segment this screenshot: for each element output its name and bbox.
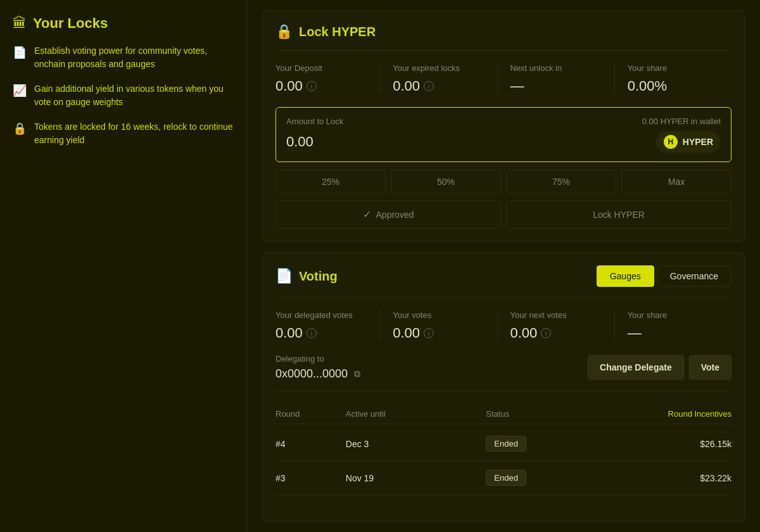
amount-to-lock-label: Amount to Lock — [286, 117, 343, 126]
feature-text-2: Gain additional yield in various tokens … — [34, 82, 234, 109]
row2-active-until: Nov 19 — [346, 473, 486, 483]
deposit-label: Your Deposit — [276, 63, 367, 73]
your-locks-header: 🏛 Your Locks — [13, 15, 234, 32]
expired-label: Your expired locks — [393, 63, 484, 73]
col-header-round: Round — [276, 409, 346, 419]
feature-item-3: 🔒 Tokens are locked for 16 weeks, relock… — [13, 120, 234, 147]
row1-status: Ended — [486, 436, 591, 452]
row1-incentives: $26.15k — [591, 439, 732, 449]
lock-stat-expired: Your expired locks 0.00 i — [393, 63, 497, 94]
row2-incentives: $23.22k — [591, 473, 732, 483]
tab-governance[interactable]: Governance — [657, 265, 732, 287]
approved-button[interactable]: ✓ Approved — [276, 200, 501, 229]
tab-gauges[interactable]: Gauges — [597, 265, 654, 287]
delegate-address: 0x0000...0000 ⧉ — [276, 367, 360, 381]
row1-status-badge: Ended — [486, 436, 526, 452]
voting-stat-votes: Your votes 0.00 i — [393, 310, 497, 341]
voting-section: 📄 Voting Gauges Governance Your delegate… — [262, 252, 745, 522]
feature-icon-1: 📄 — [13, 46, 27, 60]
your-locks-title: Your Locks — [33, 15, 108, 32]
table-header: Round Active until Status Round Incentiv… — [276, 404, 732, 424]
voting-header: 📄 Voting Gauges Governance — [276, 265, 732, 298]
wallet-balance: 0.00 HYPER in wallet — [642, 117, 721, 126]
feature-item-1: 📄 Establish voting power for community v… — [13, 44, 234, 71]
row1-active-until: Dec 3 — [346, 439, 486, 449]
feature-list: 📄 Establish voting power for community v… — [13, 44, 234, 147]
feature-text-1: Establish voting power for community vot… — [34, 44, 234, 71]
feature-icon-2: 📈 — [13, 84, 27, 98]
next-unlock-label: Next unlock in — [510, 63, 602, 73]
next-unlock-value: — — [510, 78, 602, 94]
percent-75-button[interactable]: 75% — [506, 170, 616, 194]
col-header-incentives: Round Incentives — [591, 409, 732, 419]
table-row: #3 Nov 19 Ended $23.22k — [276, 461, 732, 495]
delegated-votes-label: Your delegated votes — [276, 310, 367, 320]
delegate-info: Delegating to 0x0000...0000 ⧉ — [276, 354, 360, 381]
lock-hyper-title: Lock HYPER — [299, 25, 376, 39]
lock-hyper-header: 🔒 Lock HYPER — [276, 23, 732, 51]
row2-status-badge: Ended — [486, 470, 526, 486]
lock-icon: 🔒 — [276, 23, 293, 40]
percent-max-button[interactable]: Max — [621, 170, 732, 194]
lock-share-label: Your share — [628, 63, 719, 73]
feature-item-2: 📈 Gain additional yield in various token… — [13, 82, 234, 109]
lock-stats-row: Your Deposit 0.00 i Your expired locks 0… — [276, 63, 732, 94]
lock-stat-next-unlock: Next unlock in — — [510, 63, 615, 94]
expired-value: 0.00 i — [393, 78, 484, 94]
votes-info-icon[interactable]: i — [424, 328, 434, 338]
next-votes-label: Your next votes — [510, 310, 602, 320]
voting-title-text: Voting — [299, 269, 338, 284]
table-row: #4 Dec 3 Ended $26.15k — [276, 427, 732, 461]
voting-share-value: — — [628, 325, 719, 341]
voting-stat-next-votes: Your next votes 0.00 i — [510, 310, 615, 341]
lock-action-buttons: ✓ Approved Lock HYPER — [276, 200, 732, 229]
delegate-row: Delegating to 0x0000...0000 ⧉ Change Del… — [276, 354, 732, 391]
token-logo: H — [664, 135, 678, 149]
lock-stat-deposit: Your Deposit 0.00 i — [276, 63, 380, 94]
copy-address-icon[interactable]: ⧉ — [354, 369, 360, 379]
voting-stats-row: Your delegated votes 0.00 i Your votes 0… — [276, 310, 732, 341]
check-icon: ✓ — [363, 208, 371, 220]
next-votes-info-icon[interactable]: i — [541, 328, 551, 338]
delegated-votes-value: 0.00 i — [276, 325, 367, 341]
change-delegate-button[interactable]: Change Delegate — [588, 355, 684, 379]
percent-25-button[interactable]: 25% — [276, 170, 386, 194]
amount-label-row: Amount to Lock 0.00 HYPER in wallet — [286, 117, 721, 126]
lock-stat-share: Your share 0.00% — [628, 63, 732, 94]
voting-title: 📄 Voting — [276, 268, 338, 284]
token-name: HYPER — [683, 137, 713, 147]
col-header-status: Status — [486, 409, 591, 419]
left-panel: 🏛 Your Locks 📄 Establish voting power fo… — [0, 0, 247, 532]
voting-icon: 📄 — [276, 268, 293, 284]
next-votes-value: 0.00 i — [510, 325, 602, 341]
token-badge: H HYPER — [656, 131, 721, 153]
expired-info-icon[interactable]: i — [424, 81, 434, 91]
row1-round: #4 — [276, 439, 346, 449]
delegate-actions: Change Delegate Vote — [588, 355, 732, 379]
voting-tabs: Gauges Governance — [597, 265, 732, 287]
right-panel: 🔒 Lock HYPER Your Deposit 0.00 i Your ex… — [247, 0, 760, 532]
your-votes-label: Your votes — [393, 310, 484, 320]
percent-buttons-group: 25% 50% 75% Max — [276, 170, 732, 194]
vote-button[interactable]: Vote — [689, 355, 732, 379]
deposit-info-icon[interactable]: i — [307, 81, 317, 91]
deposit-value: 0.00 i — [276, 78, 367, 94]
voting-share-label: Your share — [628, 310, 719, 320]
feature-text-3: Tokens are locked for 16 weeks, relock t… — [34, 120, 234, 147]
lock-share-value: 0.00% — [628, 78, 719, 94]
col-header-active-until: Active until — [346, 409, 486, 419]
amount-to-lock-box[interactable]: Amount to Lock 0.00 HYPER in wallet 0.00… — [276, 107, 732, 162]
amount-input-row: 0.00 H HYPER — [286, 131, 721, 153]
feature-icon-3: 🔒 — [13, 122, 27, 136]
delegate-label: Delegating to — [276, 354, 360, 364]
voting-stat-delegated: Your delegated votes 0.00 i — [276, 310, 380, 341]
amount-value[interactable]: 0.00 — [286, 134, 314, 150]
locks-icon: 🏛 — [13, 15, 27, 32]
lock-hyper-button[interactable]: Lock HYPER — [506, 200, 732, 229]
your-votes-value: 0.00 i — [393, 325, 484, 341]
voting-stat-share: Your share — — [628, 310, 732, 341]
row2-round: #3 — [276, 473, 346, 483]
row2-status: Ended — [486, 470, 591, 486]
delegated-info-icon[interactable]: i — [307, 328, 317, 338]
percent-50-button[interactable]: 50% — [391, 170, 501, 194]
